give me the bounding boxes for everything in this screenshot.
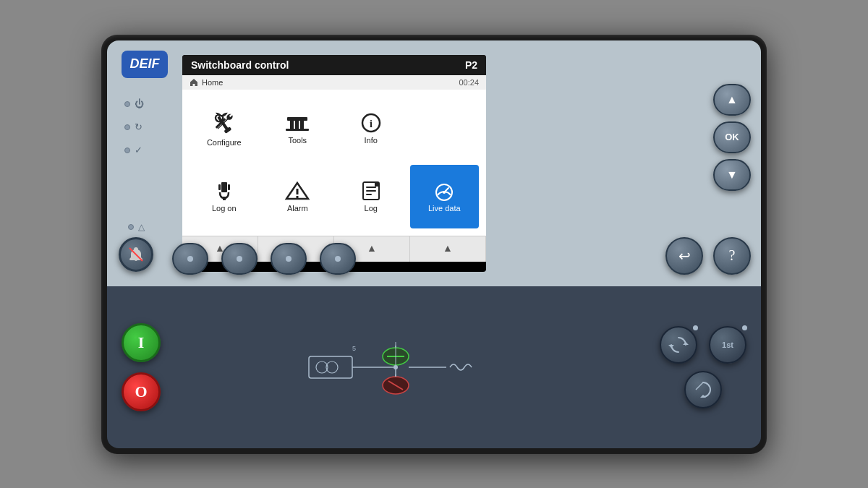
screen-title: Switchboard control [191,59,289,71]
help-button[interactable]: ? [713,237,751,275]
mimic-svg: 5 [302,331,504,403]
svg-point-39 [393,365,398,369]
first-led [742,325,747,330]
svg-rect-13 [218,184,221,190]
svg-rect-15 [223,197,226,200]
softkey-hw-2[interactable] [221,243,258,275]
svg-line-45 [696,382,703,390]
alarm-triangle-icon: △ [138,222,145,233]
svg-rect-7 [295,121,299,129]
svg-text:5: 5 [352,345,356,352]
menu-item-alarm[interactable]: Alarm [263,165,333,228]
softkey-hw-3[interactable] [271,243,307,275]
log-label: Log [365,204,378,213]
logon-label: Log on [212,204,237,213]
softkey-4[interactable]: ▲ [410,236,486,262]
svg-rect-6 [290,121,294,129]
alarm-label: Alarm [287,204,308,213]
menu-item-tools[interactable]: Tools [263,97,333,160]
restart-led-row: ↻ [124,121,144,133]
softkey-hw-1[interactable] [172,243,208,275]
home-icon [190,78,198,87]
sync-icon [668,335,689,355]
plug-icon [211,181,237,201]
sync-button[interactable] [660,326,697,364]
alarm-bell-button[interactable] [119,237,153,272]
device-inner: DEIF ⏻ ↻ ✓ [107,40,761,448]
sync-led [693,325,698,330]
softkey-hw-row [172,243,356,275]
breadcrumb-text: Home [202,78,223,87]
menu-item-livedata[interactable]: Live data [410,165,480,228]
help-icon: ? [729,247,736,264]
softkey-hw-1-dot [187,256,193,262]
first-button[interactable]: 1st [709,326,746,364]
stop-button[interactable]: O [122,372,161,411]
menu-item-empty [410,97,480,160]
svg-rect-9 [286,129,309,131]
gauge-icon [431,181,457,201]
screen-time: 00:24 [459,78,479,87]
menu-item-info[interactable]: i Info [336,97,406,160]
svg-rect-21 [366,190,376,192]
alarm-led [128,224,134,230]
deif-logo: DEIF [122,51,168,78]
right-nav-column: ▲ OK ▼ [713,84,751,191]
auto-button[interactable] [684,371,722,408]
configure-label: Configure [207,138,242,147]
ok-button[interactable]: OK [713,121,751,153]
softkey-hw-4[interactable] [320,243,356,275]
svg-rect-17 [297,189,299,194]
menu-item-configure[interactable]: Configure [190,97,259,160]
first-label: 1st [722,341,733,349]
right-control-column: 1st [660,326,746,408]
power-led [124,101,130,107]
svg-marker-43 [668,345,674,348]
up-button[interactable]: ▲ [713,84,751,116]
top-panel: DEIF ⏻ ↻ ✓ [107,40,761,286]
ctrl-btn-bottom-row [684,371,722,408]
info-label: Info [365,136,378,145]
ok-icon: ✓ [135,145,142,156]
svg-text:i: i [370,119,373,129]
softkey-hw-3-dot [286,256,292,262]
menu-item-logon[interactable]: Log on [190,165,259,228]
softkey-hw-4-dot [335,256,341,262]
start-button[interactable]: I [122,323,161,362]
stop-label: O [135,382,147,401]
log-icon [358,181,384,201]
breadcrumb-left: Home [190,78,223,87]
ok-led-row: ✓ [124,145,144,156]
bottom-panel: I O 5 [107,286,761,448]
screen-title-bar: Switchboard control P2 [182,55,486,75]
tools-label: Tools [288,136,307,145]
start-stop-column: I O [122,323,161,411]
ctrl-btn-top-row: 1st [660,326,746,364]
svg-rect-23 [375,182,379,187]
start-label: I [138,333,145,352]
back-button[interactable]: ↩ [665,237,703,275]
svg-rect-18 [297,196,299,198]
down-arrow-icon: ▼ [726,168,738,181]
svg-rect-14 [228,184,230,190]
screen: Switchboard control P2 Home 00:24 [182,55,486,272]
back-help-row: ↩ ? [665,237,751,275]
alarm-led-row: △ [128,222,145,233]
alarm-bell-area: △ [119,222,153,272]
back-icon: ↩ [678,247,691,265]
up-arrow-icon: ▲ [726,93,738,106]
info-icon: i [358,113,384,133]
svg-rect-20 [366,187,376,188]
softkey-hw-2-dot [237,256,242,262]
softkey-3-arrow: ▲ [367,243,377,254]
menu-item-log[interactable]: Log [336,165,406,228]
screen-id: P2 [465,59,477,71]
restart-led [124,124,130,130]
auto-icon [693,380,713,400]
livedata-label: Live data [428,204,461,213]
left-indicators: ⏻ ↻ ✓ [124,98,144,156]
screen-menu-grid: Configure Tools [182,90,486,236]
down-button[interactable]: ▼ [713,159,751,191]
ok-led [124,147,130,153]
deif-logo-text: DEIF [129,56,159,72]
